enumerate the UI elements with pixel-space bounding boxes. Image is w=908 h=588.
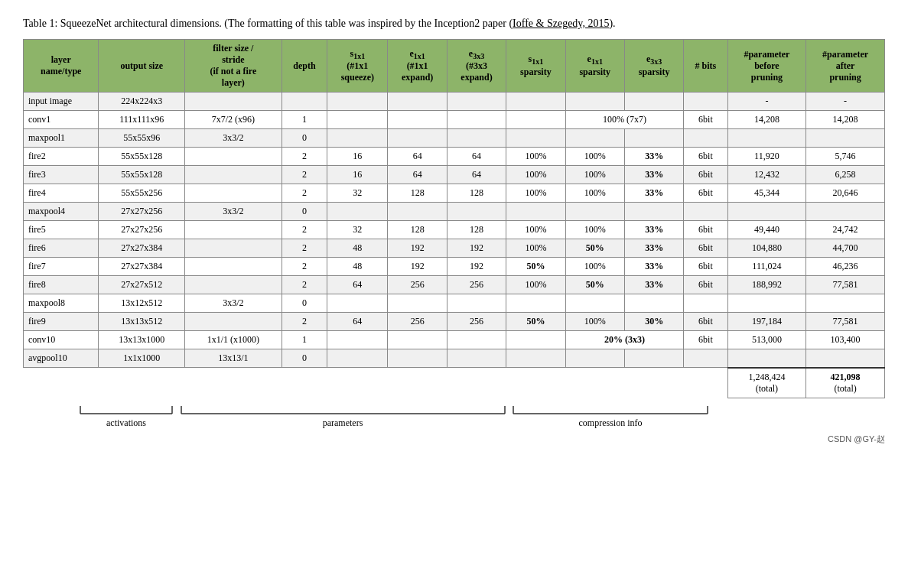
table-row: input image224x224x3-- — [24, 93, 885, 111]
footer-activations-label: activations — [106, 417, 146, 428]
header-after-pruning: #parameterafterpruning — [806, 40, 885, 93]
table-row: fire627x27x384248192192100%50%33%6bit104… — [24, 239, 885, 258]
watermark: CSDN @GY-赵 — [828, 434, 885, 445]
totals-row: 1,248,424(total)421,098(total) — [24, 368, 885, 398]
footer-compression-label: compression info — [579, 417, 643, 428]
footer-parameters-label: parameters — [323, 417, 363, 428]
footer-brackets-svg: activations parameters compression info — [23, 400, 885, 442]
header-s1x1-sparsity: s1x1sparsity — [506, 40, 565, 93]
header-filter: filter size /stride(if not a firelayer) — [185, 40, 282, 93]
caption: Table 1: SqueezeNet architectural dimens… — [23, 15, 885, 31]
table-row: avgpool101x1x100013x13/10 — [24, 349, 885, 368]
table-row: maxpool155x55x963x3/20 — [24, 129, 885, 148]
header-s1x1: s1x1(#1x1squeeze) — [327, 40, 388, 93]
table-row: fire727x27x38424819219250%100%33%6bit111… — [24, 258, 885, 276]
header-e3x3-sparsity: e3x3sparsity — [624, 40, 683, 93]
reference-link[interactable]: Ioffe & Szegedy, 2015 — [513, 18, 609, 29]
architecture-table: layername/type output size filter size /… — [23, 39, 885, 398]
table-row: fire355x55x1282166464100%100%33%6bit12,4… — [24, 166, 885, 184]
table-row: conv1111x111x967x7/2 (x96)1100% (7x7)6bi… — [24, 111, 885, 129]
table-row: fire455x55x256232128128100%100%33%6bit45… — [24, 184, 885, 203]
header-e3x3: e3x3(#3x3expand) — [447, 40, 506, 93]
table-row: fire827x27x512264256256100%50%33%6bit188… — [24, 276, 885, 294]
table-row: maxpool813x12x5123x3/20 — [24, 294, 885, 313]
footer-area: activations parameters compression info … — [23, 400, 885, 445]
header-e1x1-sparsity: e1x1sparsity — [565, 40, 624, 93]
table-row: fire527x27x256232128128100%100%33%6bit49… — [24, 221, 885, 239]
header-depth: depth — [282, 40, 327, 93]
table-row: conv1013x13x10001x1/1 (x1000)120% (3x3)6… — [24, 331, 885, 349]
table-row: fire913x13x51226425625650%100%30%6bit197… — [24, 313, 885, 331]
table-row: maxpool427x27x2563x3/20 — [24, 203, 885, 221]
header-bits: # bits — [684, 40, 727, 93]
header-before-pruning: #parameterbeforepruning — [727, 40, 806, 93]
table-row: fire255x55x1282166464100%100%33%6bit11,9… — [24, 148, 885, 166]
header-output: output size — [99, 40, 185, 93]
header-layer: layername/type — [24, 40, 99, 93]
header-e1x1: e1x1(#1x1expand) — [388, 40, 447, 93]
